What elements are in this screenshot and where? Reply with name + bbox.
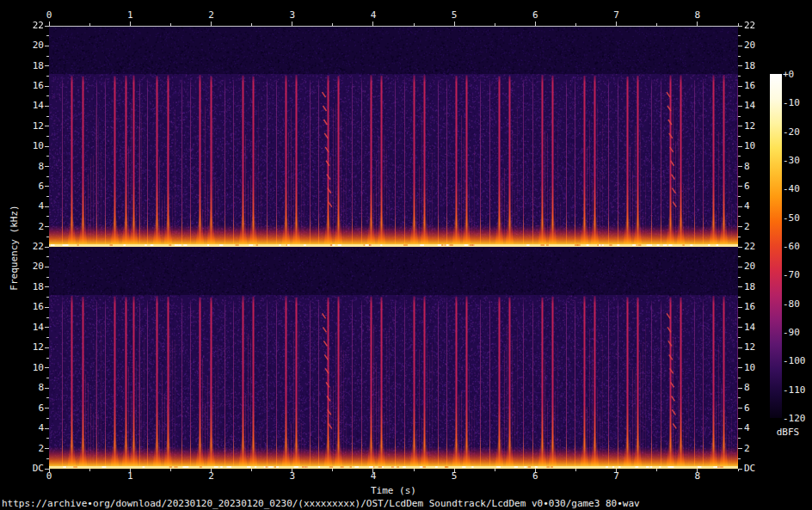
time-tick <box>251 469 252 471</box>
freq-minor-tick <box>738 237 741 237</box>
freq-minor-tick <box>46 418 49 419</box>
colorbar-tick-label: -60 <box>783 241 812 252</box>
freq-minor-tick <box>46 256 49 257</box>
freq-tick <box>45 126 49 126</box>
freq-tick <box>738 166 742 167</box>
freq-tick-label: 20 <box>744 40 770 51</box>
freq-tick-label: 4 <box>9 422 44 433</box>
freq-tick <box>738 86 742 87</box>
colorbar-tick-label: -50 <box>783 212 812 224</box>
time-tick-label: 7 <box>610 9 624 21</box>
time-tick <box>454 22 455 26</box>
freq-tick-label: 16 <box>9 301 44 312</box>
colorbar-gradient <box>770 74 782 418</box>
freq-tick-label: 14 <box>9 322 44 333</box>
freq-tick-label: 14 <box>744 100 770 111</box>
freq-tick <box>738 226 742 227</box>
freq-tick-label: 6 <box>744 402 770 414</box>
freq-minor-tick <box>738 277 741 278</box>
freq-minor-tick <box>738 397 741 398</box>
freq-tick <box>45 226 49 227</box>
freq-tick <box>45 286 49 287</box>
freq-minor-tick <box>738 418 741 419</box>
spectrogram-figure: Frequency (kHz) Time (s) https://archive… <box>0 0 812 510</box>
freq-tick-label: 14 <box>9 100 44 111</box>
freq-tick <box>738 65 742 66</box>
time-tick <box>575 469 576 471</box>
colorbar-tick-label: -70 <box>783 269 812 280</box>
freq-tick <box>738 46 742 46</box>
freq-minor-tick <box>738 35 741 36</box>
freq-tick <box>45 448 49 449</box>
time-tick <box>414 469 415 471</box>
freq-minor-tick <box>46 35 49 36</box>
freq-tick-label: 14 <box>744 322 770 333</box>
freq-tick <box>45 347 49 348</box>
time-tick <box>332 469 333 471</box>
freq-minor-tick <box>738 116 741 117</box>
colorbar-tick-label: +0 <box>783 69 812 80</box>
freq-tick-label: 4 <box>744 200 770 212</box>
time-tick <box>697 22 698 26</box>
time-tick-label: 4 <box>366 9 380 21</box>
freq-tick-label: 18 <box>9 281 44 292</box>
freq-minor-tick <box>46 358 49 359</box>
freq-tick <box>45 46 49 46</box>
freq-tick <box>738 448 742 449</box>
freq-tick <box>738 247 742 248</box>
freq-tick-label: 6 <box>9 181 44 192</box>
spectrogram-canvas-channel-1 <box>49 26 738 247</box>
freq-minor-tick <box>738 95 741 96</box>
time-tick-label: 0 <box>42 470 56 482</box>
freq-minor-tick <box>46 216 49 217</box>
freq-minor-tick <box>738 256 741 257</box>
freq-minor-tick <box>46 237 49 237</box>
freq-tick-label: 22 <box>744 241 770 252</box>
freq-tick <box>738 347 742 348</box>
spectrogram-channel-1 <box>49 26 738 247</box>
time-tick <box>372 22 373 26</box>
freq-tick-label: 10 <box>744 362 770 373</box>
spectrogram-canvas-channel-2 <box>49 247 738 469</box>
freq-tick-label: 4 <box>9 200 44 212</box>
freq-tick-label: 2 <box>744 443 770 454</box>
dbfs-unit-label: dBFS <box>771 427 805 438</box>
freq-tick <box>45 206 49 207</box>
freq-tick <box>45 408 49 409</box>
freq-minor-tick <box>738 156 741 157</box>
freq-tick <box>45 106 49 107</box>
time-tick-label: 0 <box>42 9 56 21</box>
freq-tick-label: 18 <box>9 60 44 71</box>
freq-tick-label: 6 <box>9 402 44 414</box>
freq-tick <box>738 469 742 470</box>
time-tick-label: 8 <box>691 9 704 21</box>
freq-tick-label: 22 <box>744 20 770 31</box>
freq-tick-label: 16 <box>744 80 770 91</box>
freq-tick <box>45 186 49 187</box>
time-tick <box>495 469 495 471</box>
time-tick-label: 8 <box>691 470 704 482</box>
colorbar-tick-label: -80 <box>783 298 812 310</box>
freq-minor-tick <box>738 176 741 177</box>
time-tick <box>170 23 171 26</box>
freq-tick-label: 22 <box>9 20 44 31</box>
freq-tick <box>45 307 49 308</box>
time-tick <box>535 22 536 26</box>
freq-tick <box>738 206 742 207</box>
freq-tick <box>45 247 49 248</box>
freq-tick <box>45 65 49 66</box>
time-tick-label: 3 <box>286 9 299 21</box>
freq-tick <box>738 146 742 147</box>
freq-tick-label: 18 <box>744 60 770 71</box>
freq-minor-tick <box>46 56 49 57</box>
freq-minor-tick <box>46 317 49 318</box>
source-url: https://archive•org/download/20230120_20… <box>2 498 640 509</box>
freq-minor-tick <box>46 76 49 77</box>
time-tick-label: 3 <box>286 470 299 482</box>
colorbar-tick-label: -30 <box>783 155 812 166</box>
top-axis-line <box>49 26 738 27</box>
freq-minor-tick <box>738 297 741 298</box>
time-tick <box>332 23 333 26</box>
freq-tick-label: 20 <box>9 40 44 51</box>
freq-tick <box>738 307 742 308</box>
